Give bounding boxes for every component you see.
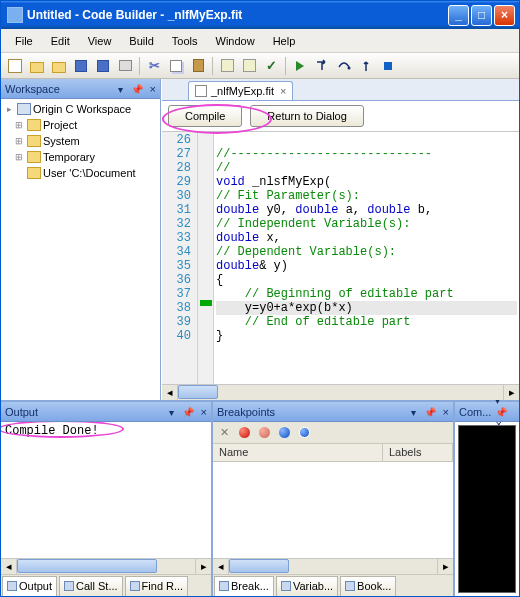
scroll-thumb[interactable] [178,385,218,399]
menu-build[interactable]: Build [121,32,161,50]
breakpoint-blue2-icon [299,427,310,438]
tree-root[interactable]: ▸ Origin C Workspace [3,101,158,117]
file-icon [195,85,207,97]
go-button[interactable] [290,56,310,76]
button-row: Compile Return to Dialog [162,101,519,131]
breakpoint-columns-button[interactable] [296,424,313,441]
close-button[interactable]: × [494,5,515,26]
editor-area: _nlfMyExp.fit × Compile Return to Dialog… [161,79,519,400]
menu-edit[interactable]: Edit [43,32,78,50]
tree-node-user[interactable]: User 'C:\Document [3,165,158,181]
editor-scrollbar[interactable]: ◂ ▸ [162,384,519,400]
menu-view[interactable]: View [80,32,120,50]
tree-root-label: Origin C Workspace [33,103,131,115]
menu-help[interactable]: Help [265,32,304,50]
code-editor[interactable]: 26 27 28 29 30 31 32 33 34 35 36 37 38 3… [162,131,519,384]
tab-close-icon[interactable]: × [280,85,286,97]
app-icon [7,7,23,23]
cut-button[interactable]: ✂ [144,56,164,76]
scroll-right-icon[interactable]: ▸ [195,559,211,574]
folder-icon [27,151,41,163]
tab-breakpoints[interactable]: Break... [214,576,274,596]
tree-node-project[interactable]: ⊞ Project [3,117,158,133]
tab-output[interactable]: Output [2,576,57,596]
scroll-left-icon[interactable]: ◂ [213,559,229,574]
output-tab-icon [7,581,17,591]
save-all-button[interactable] [93,56,113,76]
tab-bookmarks[interactable]: Book... [340,576,396,596]
open-workspace-icon [52,62,66,73]
breakpoints-pin-icon[interactable]: 📌 [424,407,436,418]
save-button[interactable] [71,56,91,76]
stop-debug-button[interactable] [378,56,398,76]
workspace-pin-icon[interactable]: 📌 [131,84,143,95]
paste-button[interactable] [188,56,208,76]
col-labels[interactable]: Labels [383,444,453,461]
menu-file[interactable]: File [7,32,41,50]
copy-button[interactable] [166,56,186,76]
breakpoints-close-icon[interactable]: × [443,406,449,418]
col-name[interactable]: Name [213,444,383,461]
delete-breakpoint-button[interactable]: ✕ [216,424,233,441]
expand-icon[interactable]: ⊞ [13,136,25,146]
step-into-button[interactable] [312,56,332,76]
output-pin-icon[interactable]: 📌 [182,407,194,418]
step-over-button[interactable] [334,56,354,76]
disable-breakpoint-button[interactable] [256,424,273,441]
breakpoints-toolbar: ✕ [213,422,453,444]
output-scrollbar[interactable]: ◂ ▸ [1,558,211,574]
scroll-right-icon[interactable]: ▸ [503,385,519,400]
code-content[interactable]: //---------------------------- // void _… [214,132,519,384]
tree-label: System [43,135,80,147]
workspace-tree[interactable]: ▸ Origin C Workspace ⊞ Project ⊞ System … [1,99,160,400]
step-out-button[interactable] [356,56,376,76]
maximize-button[interactable]: □ [471,5,492,26]
scroll-left-icon[interactable]: ◂ [1,559,17,574]
new-file-button[interactable] [5,56,25,76]
tab-variables[interactable]: Variab... [276,576,338,596]
output-dropdown-icon[interactable]: ▾ [169,407,174,418]
tree-node-temporary[interactable]: ⊞ Temporary [3,149,158,165]
toggle-breakpoint-button[interactable] [236,424,253,441]
folder-icon [27,167,41,179]
build-all-button[interactable] [239,56,259,76]
menubar: File Edit View Build Tools Window Help [1,29,519,53]
tab-call-stack[interactable]: Call St... [59,576,123,596]
window-title: Untitled - Code Builder - _nlfMyExp.fit [27,8,448,22]
breakpoints-dropdown-icon[interactable]: ▾ [411,407,416,418]
menu-window[interactable]: Window [208,32,263,50]
expand-icon[interactable]: ⊞ [13,120,25,130]
goto-breakpoint-button[interactable] [276,424,293,441]
scroll-right-icon[interactable]: ▸ [437,559,453,574]
output-body: Compile Done! [1,422,211,558]
tree-node-system[interactable]: ⊞ System [3,133,158,149]
open-workspace-button[interactable] [49,56,69,76]
menu-tools[interactable]: Tools [164,32,206,50]
tab-find-results[interactable]: Find R... [125,576,189,596]
open-file-button[interactable] [27,56,47,76]
minimize-button[interactable]: _ [448,5,469,26]
expand-icon[interactable]: ⊞ [13,152,25,162]
build-button[interactable] [217,56,237,76]
compile-button[interactable]: Compile [168,105,242,127]
command-pin-icon[interactable]: 📌 [495,407,507,418]
output-title: Output [5,406,38,418]
workspace-dropdown-icon[interactable]: ▾ [118,84,123,95]
scroll-left-icon[interactable]: ◂ [162,385,178,400]
file-tab[interactable]: _nlfMyExp.fit × [188,81,293,100]
twisty-icon[interactable]: ▸ [3,104,15,114]
scroll-thumb[interactable] [17,559,157,573]
breakpoints-scrollbar[interactable]: ◂ ▸ [213,558,453,574]
bottom-panels: Output ▾ 📌 × Compile Done! ◂ ▸ Output Ca… [1,400,519,596]
workspace-close-icon[interactable]: × [150,83,156,95]
command-body[interactable] [458,425,516,593]
save-all-icon [97,60,109,72]
breakpoints-columns: Name Labels [213,444,453,462]
scroll-thumb[interactable] [229,559,289,573]
print-button[interactable] [115,56,135,76]
return-to-dialog-button[interactable]: Return to Dialog [250,105,364,127]
marker-column [198,132,214,384]
check-button[interactable]: ✓ [261,56,281,76]
output-close-icon[interactable]: × [201,406,207,418]
workspace-title: Workspace [5,83,60,95]
